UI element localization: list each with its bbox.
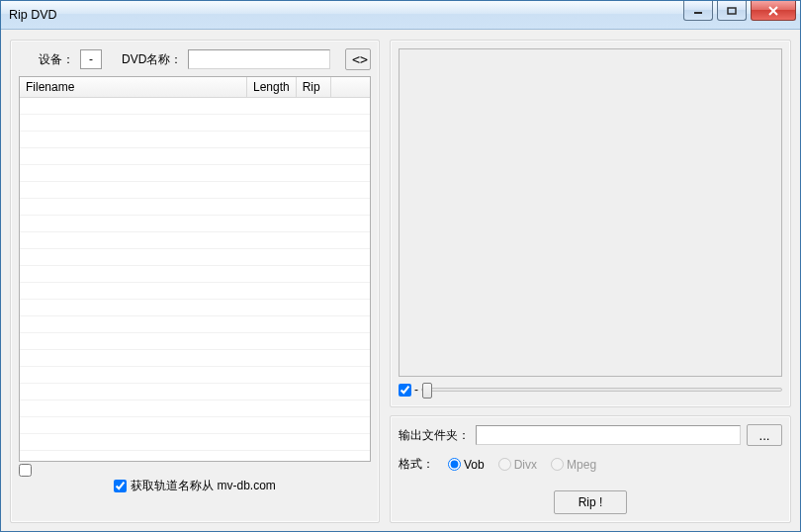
list-row [20, 232, 370, 249]
list-row [20, 98, 370, 115]
window-title: Rip DVD [9, 8, 57, 22]
preview-panel: - [390, 40, 791, 407]
list-row [20, 182, 370, 199]
list-row [20, 451, 370, 461]
seek-slider[interactable] [421, 388, 782, 392]
device-value: - [89, 52, 93, 66]
list-row [20, 165, 370, 182]
col-filename[interactable]: Filename [20, 77, 247, 97]
left-column: 设备： - DVD名称： <> Filename Length Rip [10, 40, 380, 523]
format-mpeg: Mpeg [551, 458, 596, 472]
format-mpeg-radio [551, 458, 564, 471]
rip-button-row: Rip ! [399, 490, 782, 514]
device-value-box[interactable]: - [80, 49, 102, 69]
format-divx-radio [498, 458, 511, 471]
track-source-checkbox[interactable] [114, 480, 127, 492]
refresh-button[interactable]: <> [345, 48, 371, 70]
list-row [20, 434, 370, 451]
client-area: 设备： - DVD名称： <> Filename Length Rip [1, 30, 800, 531]
track-list-header: Filename Length Rip [20, 77, 370, 98]
source-panel: 设备： - DVD名称： <> Filename Length Rip [10, 40, 380, 523]
close-button[interactable] [751, 1, 796, 21]
right-column: - 输出文件夹： ... 格式： Vob [390, 40, 791, 523]
rip-button[interactable]: Rip ! [554, 490, 627, 514]
format-label: 格式： [399, 456, 434, 473]
select-all-checkbox[interactable] [19, 464, 32, 477]
list-row [20, 333, 370, 350]
seek-row: - [399, 383, 782, 397]
source-top-row: 设备： - DVD名称： <> [19, 48, 371, 70]
dvd-name-input[interactable] [188, 49, 330, 69]
list-row [20, 367, 370, 384]
titlebar: Rip DVD [1, 1, 800, 30]
list-row [20, 266, 370, 283]
format-row: 格式： Vob Divx Mpeg [399, 456, 782, 473]
format-mpeg-label: Mpeg [567, 458, 596, 472]
app-window: Rip DVD 设备： - DVD名称： [0, 0, 801, 532]
preview-area [399, 48, 782, 377]
svg-rect-1 [728, 8, 736, 14]
device-label: 设备： [39, 51, 74, 68]
list-row [20, 300, 370, 316]
seek-slider-thumb[interactable] [422, 383, 432, 399]
format-divx: Divx [498, 458, 537, 472]
col-rip[interactable]: Rip [297, 77, 331, 97]
list-row [20, 384, 370, 400]
list-row [20, 132, 370, 148]
col-length[interactable]: Length [247, 77, 297, 97]
seek-position-value: - [414, 383, 418, 397]
format-vob[interactable]: Vob [448, 458, 485, 472]
track-list-body [20, 98, 370, 461]
track-source-label[interactable]: 获取轨道名称从 mv-db.com [131, 478, 276, 494]
track-list[interactable]: Filename Length Rip [19, 76, 371, 462]
list-row [20, 316, 370, 333]
minimize-button[interactable] [683, 1, 713, 21]
list-row [20, 148, 370, 165]
list-row [20, 283, 370, 300]
dvd-name-label: DVD名称： [122, 51, 182, 68]
list-row [20, 216, 370, 232]
list-row [20, 350, 370, 367]
format-vob-label[interactable]: Vob [464, 458, 485, 472]
window-buttons [679, 1, 796, 21]
list-row [20, 199, 370, 216]
list-row [20, 115, 370, 132]
track-source-row: 获取轨道名称从 mv-db.com [19, 478, 371, 494]
browse-button[interactable]: ... [747, 424, 782, 446]
list-row [20, 400, 370, 417]
output-folder-input[interactable] [476, 425, 741, 445]
maximize-button[interactable] [717, 1, 747, 21]
format-vob-radio[interactable] [448, 458, 461, 471]
output-folder-row: 输出文件夹： ... [399, 424, 782, 446]
format-divx-label: Divx [514, 458, 537, 472]
col-spacer [331, 77, 370, 97]
output-panel: 输出文件夹： ... 格式： Vob Divx [390, 415, 791, 523]
list-row [20, 417, 370, 434]
output-folder-label: 输出文件夹： [399, 427, 470, 444]
preview-enable-checkbox[interactable] [399, 384, 411, 397]
list-row [20, 249, 370, 266]
